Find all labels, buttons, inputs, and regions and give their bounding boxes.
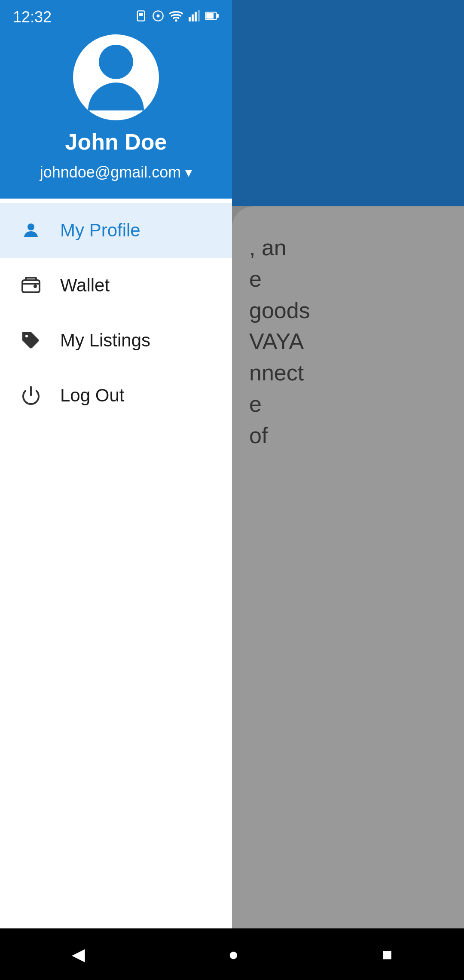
status-bar: 12:32 [0, 0, 232, 34]
avatar-icon [88, 45, 144, 110]
vpn-icon [152, 10, 164, 25]
svg-rect-6 [192, 14, 194, 21]
email-dropdown[interactable]: johndoe@gmail.com ▾ [40, 163, 192, 181]
my-listings-label: My Listings [60, 330, 150, 351]
svg-rect-7 [195, 12, 197, 21]
svg-rect-1 [139, 13, 143, 16]
right-panel-bottom: , anegoodsVAYAnnecteof [232, 206, 464, 980]
home-button[interactable]: ● [228, 945, 238, 964]
svg-rect-10 [206, 13, 214, 18]
power-icon [19, 383, 43, 407]
menu-item-my-profile[interactable]: My Profile [0, 203, 232, 258]
user-email: johndoe@gmail.com [40, 163, 181, 181]
wifi-icon [169, 10, 183, 25]
status-time: 12:32 [13, 8, 52, 26]
my-profile-label: My Profile [60, 220, 140, 241]
right-background-panel: , anegoodsVAYAnnecteof [232, 0, 464, 980]
log-out-label: Log Out [60, 385, 124, 406]
svg-point-12 [27, 224, 34, 230]
battery-icon [205, 10, 219, 25]
menu-item-my-listings[interactable]: My Listings [0, 313, 232, 368]
menu-item-wallet[interactable]: Wallet [0, 258, 232, 313]
avatar-head [99, 45, 133, 79]
avatar [73, 34, 159, 120]
svg-point-3 [157, 14, 160, 17]
wallet-icon [19, 273, 43, 297]
back-button[interactable]: ◀ [72, 944, 85, 964]
profile-icon [19, 218, 43, 242]
status-icons [135, 10, 219, 25]
user-name: John Doe [65, 129, 167, 155]
svg-rect-8 [198, 10, 200, 21]
svg-rect-11 [217, 14, 219, 18]
recent-apps-button[interactable]: ■ [382, 945, 392, 964]
bottom-navigation: ◀ ● ■ [0, 928, 464, 980]
background-text: , anegoodsVAYAnnecteof [249, 232, 447, 451]
sim-icon [135, 10, 147, 25]
tag-icon [19, 328, 43, 352]
right-panel-top [232, 0, 464, 206]
svg-rect-5 [189, 17, 191, 21]
drawer-menu: My Profile Wallet My Listi [0, 199, 232, 980]
dropdown-arrow-icon: ▾ [185, 164, 192, 181]
svg-point-4 [175, 19, 177, 21]
navigation-drawer: 12:32 [0, 0, 232, 980]
avatar-body [88, 83, 144, 110]
wallet-label: Wallet [60, 275, 110, 296]
svg-point-14 [25, 335, 28, 337]
signal-icon [188, 10, 200, 25]
menu-item-log-out[interactable]: Log Out [0, 368, 232, 423]
